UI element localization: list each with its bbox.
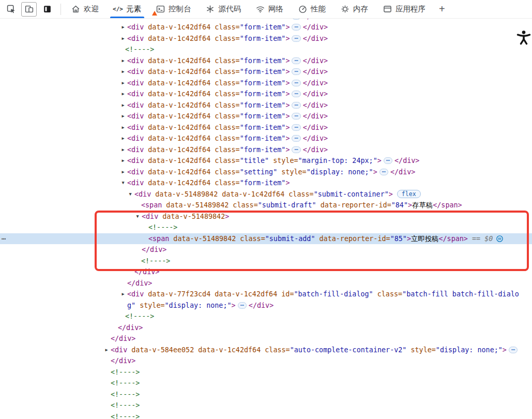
- dom-node-row[interactable]: ▶<div data-v-1c42df64 class="form-item">…: [0, 22, 532, 33]
- dom-node-row[interactable]: ▶<div data-v-1c42df64 class="form-item">…: [0, 66, 532, 78]
- dom-node-row[interactable]: <!---->: [0, 378, 532, 389]
- dom-node-row[interactable]: ▶<div data-v-1c42df64 class="form-item">…: [0, 122, 532, 133]
- tab-elements[interactable]: </>元素: [106, 0, 148, 18]
- dom-node-row[interactable]: ▼<div data-v-1c42df64 class="form-item">: [0, 177, 532, 189]
- expand-arrow-icon[interactable]: ▶: [120, 33, 126, 44]
- tab-network[interactable]: 网络: [248, 0, 291, 18]
- inspect-button[interactable]: [3, 2, 19, 17]
- collapse-arrow-icon[interactable]: ▼: [134, 211, 141, 222]
- code-token: <!---->: [111, 379, 140, 387]
- tab-welcome[interactable]: 欢迎: [64, 0, 106, 18]
- dom-node-row[interactable]: </div>: [0, 244, 532, 256]
- code-token: "form-item": [240, 79, 286, 87]
- dom-node-row[interactable]: <!---->: [0, 256, 532, 267]
- expand-inline-button[interactable]: ⋯: [292, 68, 300, 75]
- dom-node-row[interactable]: ▶<div data-v-1c42df64 class="title" styl…: [0, 155, 532, 167]
- expand-inline-button[interactable]: ⋯: [379, 169, 388, 175]
- dom-node-row[interactable]: ▶<div data-v-1c42df64 class="form-item">…: [0, 133, 532, 144]
- expand-inline-button[interactable]: ⋯: [292, 91, 300, 97]
- dom-node-row[interactable]: ▶<div data-v-1c42df64 class="form-item">…: [0, 78, 532, 89]
- expand-arrow-icon[interactable]: ▶: [120, 133, 126, 144]
- dom-node-row[interactable]: ▼<div data-v-51489842 data-v-1c42df64 cl…: [0, 189, 532, 200]
- dom-node-row[interactable]: </div>: [0, 278, 532, 289]
- dom-node-row[interactable]: ▶<div data-v-1c42df64 class="form-item">…: [0, 33, 532, 44]
- code-token: <!---->: [141, 257, 170, 265]
- dom-node-row[interactable]: ▶<div data-v-1c42df64 class="form-item">…: [0, 88, 532, 100]
- expand-inline-button[interactable]: ⋯: [238, 302, 247, 309]
- tab-application[interactable]: 应用程序: [375, 0, 433, 18]
- expand-arrow-icon[interactable]: ▶: [120, 66, 126, 78]
- code-token: <div: [127, 19, 144, 20]
- dom-node-row[interactable]: ▶<div data-v-1c42df64 class="form-item">…: [0, 111, 532, 122]
- expand-arrow-icon[interactable]: ▶: [120, 111, 126, 122]
- expand-arrow-icon[interactable]: ▶: [120, 155, 126, 167]
- dom-node-row[interactable]: </div>: [0, 333, 532, 345]
- expand-arrow-icon[interactable]: ▶: [120, 122, 126, 133]
- tab-memory[interactable]: 内存: [333, 0, 375, 18]
- dom-node-row[interactable]: ▶<div data-v-1c42df64 class="setting" st…: [0, 167, 532, 178]
- code-token: <!---->: [111, 391, 140, 398]
- dom-node-row[interactable]: ▶<div data-v-1c42df64 class="form-item">…: [0, 144, 532, 156]
- dom-node-row[interactable]: </div>: [0, 355, 532, 367]
- expand-arrow-icon[interactable]: ▶: [120, 100, 126, 111]
- expand-inline-button[interactable]: ⋯: [292, 24, 300, 31]
- collapse-arrow-icon[interactable]: ▼: [127, 189, 133, 200]
- dom-node-row[interactable]: ▶<div data-v-584ee052 data-v-1c42df64 cl…: [0, 345, 532, 356]
- code-token: >: [285, 19, 290, 20]
- layout-panel-button[interactable]: [39, 2, 55, 17]
- expand-inline-button[interactable]: ⋯: [509, 347, 518, 353]
- dom-tree[interactable]: ▶<div data-v-1c42df64 class="form-item">…: [0, 19, 532, 419]
- code-token: <!---->: [125, 312, 154, 320]
- dom-node-row[interactable]: <!---->: [0, 400, 532, 411]
- dom-node-row[interactable]: <!---->: [0, 222, 532, 233]
- tab-console[interactable]: 控制台: [148, 0, 199, 18]
- expand-arrow-icon[interactable]: ▶: [120, 88, 126, 100]
- expand-arrow-icon[interactable]: ▶: [120, 167, 126, 178]
- expand-inline-button[interactable]: ⋯: [384, 157, 392, 164]
- expand-inline-button[interactable]: ⋯: [292, 80, 300, 86]
- selected-dom-node-row[interactable]: ⋯<span data-v-51489842 class="submit-add…: [0, 233, 532, 245]
- expand-inline-button[interactable]: ⋯: [292, 124, 300, 131]
- expand-arrow-icon[interactable]: ▶: [103, 345, 110, 356]
- memory-icon: [340, 5, 349, 14]
- dom-node-row[interactable]: <!---->: [0, 311, 532, 322]
- code-token: >: [503, 346, 507, 354]
- dom-node-row[interactable]: ▶<div data-v-1c42df64 class="form-item">…: [0, 55, 532, 67]
- expand-arrow-icon[interactable]: ▶: [120, 55, 126, 67]
- device-emulation-button[interactable]: [21, 2, 37, 17]
- expand-inline-button[interactable]: ⋯: [292, 135, 300, 142]
- expand-inline-button[interactable]: ⋯: [292, 19, 300, 20]
- flex-adorner-badge[interactable]: flex: [397, 190, 421, 198]
- dom-node-row[interactable]: ▼<div data-v-51489842>: [0, 211, 532, 222]
- dom-node-row[interactable]: g" style="display: none;">⋯</div>: [0, 300, 532, 311]
- code-token: >: [285, 101, 290, 109]
- code-token: <span: [141, 201, 162, 209]
- dom-node-row[interactable]: <!---->: [0, 367, 532, 378]
- accessibility-widget-icon[interactable]: [515, 29, 532, 46]
- expand-inline-button[interactable]: ⋯: [292, 113, 300, 119]
- tab-sources[interactable]: 源代码: [199, 0, 249, 18]
- code-token: "form-item": [240, 68, 286, 76]
- expand-inline-button[interactable]: ⋯: [292, 35, 300, 42]
- code-token: data-v-1c42df64 class=: [144, 68, 239, 76]
- dom-node-row[interactable]: <!---->: [0, 389, 532, 400]
- more-tabs-button[interactable]: +: [433, 0, 451, 18]
- expand-arrow-icon[interactable]: ▶: [120, 144, 126, 156]
- expand-inline-button[interactable]: ⋯: [292, 102, 300, 109]
- dom-node-row[interactable]: </div>: [0, 322, 532, 334]
- tab-performance[interactable]: 性能: [291, 0, 333, 18]
- collapse-arrow-icon[interactable]: ▼: [120, 177, 126, 189]
- dom-node-row[interactable]: ▶<div data-v-1c42df64 class="form-item">…: [0, 100, 532, 111]
- dom-node-row[interactable]: </div>: [0, 266, 532, 278]
- expand-inline-button[interactable]: ⋯: [292, 57, 300, 64]
- expand-arrow-icon[interactable]: ▶: [120, 22, 126, 33]
- code-token: <!---->: [125, 46, 154, 53]
- dom-node-row[interactable]: <!---->: [0, 411, 532, 419]
- expand-inline-button[interactable]: ⋯: [292, 146, 300, 153]
- expand-arrow-icon[interactable]: ▶: [120, 289, 126, 300]
- row-menu-ellipsis[interactable]: ⋯: [2, 233, 6, 245]
- dom-node-row[interactable]: ▶<div data-v-77f23cd4 data-v-1c42df64 id…: [0, 289, 532, 300]
- expand-arrow-icon[interactable]: ▶: [120, 78, 126, 89]
- dom-node-row[interactable]: <!---->: [0, 44, 532, 55]
- dom-node-row[interactable]: <span data-v-51489842 class="submit-draf…: [0, 200, 532, 211]
